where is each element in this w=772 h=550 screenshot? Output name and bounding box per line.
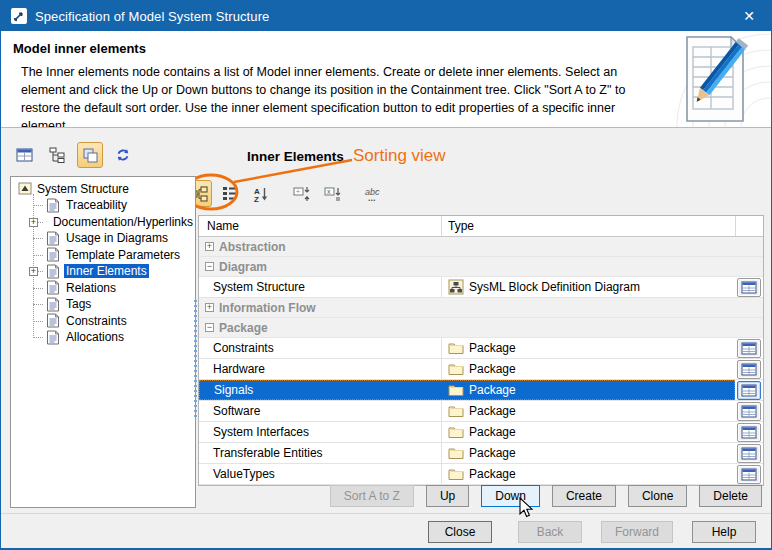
clone-button[interactable]: Clone xyxy=(628,485,687,507)
dialog-content: Inner Elements A Z + xyxy=(1,128,771,513)
group-row-abstraction[interactable]: +Abstraction xyxy=(199,237,763,257)
group-row-information-flow[interactable]: +Information Flow xyxy=(199,298,763,318)
tree-panel-toolbar xyxy=(11,142,136,168)
abc-icon[interactable]: abc ... xyxy=(360,180,387,207)
panel-title: Inner Elements xyxy=(247,149,344,164)
list-view-icon[interactable] xyxy=(216,180,243,207)
tree-item-relations[interactable]: Relations xyxy=(33,280,195,297)
banner-heading: Model inner elements xyxy=(13,41,771,56)
expander-icon[interactable]: + xyxy=(29,218,38,227)
collapse-all-icon[interactable]: x xyxy=(319,180,346,207)
close-button[interactable]: Close xyxy=(428,521,492,543)
collapse-icon[interactable]: − xyxy=(205,262,214,271)
group-row-package[interactable]: −Package xyxy=(199,318,763,338)
tree-item-inner-elements[interactable]: +Inner Elements xyxy=(33,263,195,280)
tree-item-constraints[interactable]: Constraints xyxy=(33,313,195,330)
svg-text:...: ... xyxy=(368,193,376,202)
create-button[interactable]: Create xyxy=(552,485,616,507)
table-row-system-interfaces[interactable]: System Interfaces Package xyxy=(199,422,763,443)
tree-item-traceability[interactable]: Traceability xyxy=(33,197,195,214)
table-row-transferable-entities[interactable]: Transferable Entities Package xyxy=(199,443,763,464)
expand-all-icon[interactable]: + xyxy=(288,180,315,207)
table-row-valuetypes[interactable]: ValueTypes Package xyxy=(199,464,763,485)
expand-icon[interactable]: + xyxy=(205,242,214,251)
close-icon[interactable]: ✕ xyxy=(737,8,761,24)
folder-icon xyxy=(448,383,464,397)
svg-text:Z: Z xyxy=(254,194,259,202)
folder-icon xyxy=(448,425,464,439)
table-row-constraints[interactable]: Constraints Package xyxy=(199,338,763,359)
sort-a-to-z-button[interactable]: Sort A to Z xyxy=(330,485,414,507)
root-node-icon xyxy=(18,182,32,195)
specification-dialog: Specification of Model System Structure … xyxy=(0,0,772,550)
folder-icon xyxy=(448,404,464,418)
collapse-icon[interactable]: − xyxy=(205,323,214,332)
banner: Model inner elements The Inner elements … xyxy=(1,31,771,128)
table-row-hardware[interactable]: Hardware Package xyxy=(199,359,763,380)
open-specification-button[interactable] xyxy=(737,278,761,297)
tree-item-documentation[interactable]: +Documentation/Hyperlinks xyxy=(33,214,195,231)
open-specification-button[interactable] xyxy=(737,444,761,463)
delete-button[interactable]: Delete xyxy=(699,485,762,507)
table-row-system-structure[interactable]: System Structure SysML Block Definition … xyxy=(199,277,763,298)
back-button[interactable]: Back xyxy=(518,521,582,543)
open-specification-button[interactable] xyxy=(737,465,761,484)
title-bar[interactable]: Specification of Model System Structure … xyxy=(1,1,771,31)
group-row-diagram[interactable]: −Diagram xyxy=(199,257,763,277)
tree-view-icon[interactable] xyxy=(44,142,70,168)
folder-icon xyxy=(448,446,464,460)
svg-text:+: + xyxy=(296,188,300,195)
up-button[interactable]: Up xyxy=(426,485,469,507)
tree-item-allocations[interactable]: Allocations xyxy=(33,329,195,346)
table-row-signals[interactable]: Signals Package xyxy=(199,380,763,401)
annotation-label: Sorting view xyxy=(353,146,446,166)
tree-item-usage-in-diagrams[interactable]: Usage in Diagrams xyxy=(33,230,195,247)
table-view-icon[interactable] xyxy=(11,142,37,168)
expander-icon[interactable]: + xyxy=(29,267,38,276)
dialog-icon xyxy=(11,8,27,24)
document-pencil-icon xyxy=(661,31,771,128)
tree-item-template-parameters[interactable]: Template Parameters xyxy=(33,247,195,264)
panel-splitter[interactable] xyxy=(194,300,197,418)
expand-icon[interactable]: + xyxy=(205,303,214,312)
folder-icon xyxy=(448,362,464,376)
open-specification-button[interactable] xyxy=(737,381,761,400)
column-header-name[interactable]: Name xyxy=(199,219,441,233)
open-specification-button[interactable] xyxy=(737,402,761,421)
inner-elements-table: Name Type +Abstraction −Diagram System S… xyxy=(198,215,764,486)
table-row-software[interactable]: Software Package xyxy=(199,401,763,422)
open-specification-button[interactable] xyxy=(737,339,761,358)
open-specification-button[interactable] xyxy=(737,423,761,442)
open-specification-button[interactable] xyxy=(737,360,761,379)
dialog-footer: Close Back Forward Help xyxy=(1,513,771,549)
table-header: Name Type xyxy=(199,216,763,237)
down-button[interactable]: Down xyxy=(481,485,540,507)
inner-elements-toolbar: A Z + x abc ... xyxy=(185,180,387,207)
refresh-icon[interactable] xyxy=(110,142,136,168)
help-button[interactable]: Help xyxy=(692,521,756,543)
sort-az-icon[interactable]: A Z xyxy=(247,180,274,207)
bdd-diagram-icon xyxy=(448,279,464,295)
svg-text:x: x xyxy=(327,188,331,195)
containment-tree: System Structure Traceability +Documenta… xyxy=(10,176,196,508)
folder-icon xyxy=(448,467,464,481)
tree-item-tags[interactable]: Tags xyxy=(33,296,195,313)
forward-button[interactable]: Forward xyxy=(601,521,673,543)
column-header-type[interactable]: Type xyxy=(441,216,735,236)
folder-icon xyxy=(448,341,464,355)
stack-view-icon[interactable] xyxy=(77,142,103,168)
table-action-buttons: Sort A to Z Up Down Create Clone Delete xyxy=(330,485,762,507)
tree-root[interactable]: System Structure xyxy=(16,180,195,197)
banner-description: The Inner elements node contains a list … xyxy=(21,63,653,128)
window-title: Specification of Model System Structure xyxy=(35,9,269,24)
